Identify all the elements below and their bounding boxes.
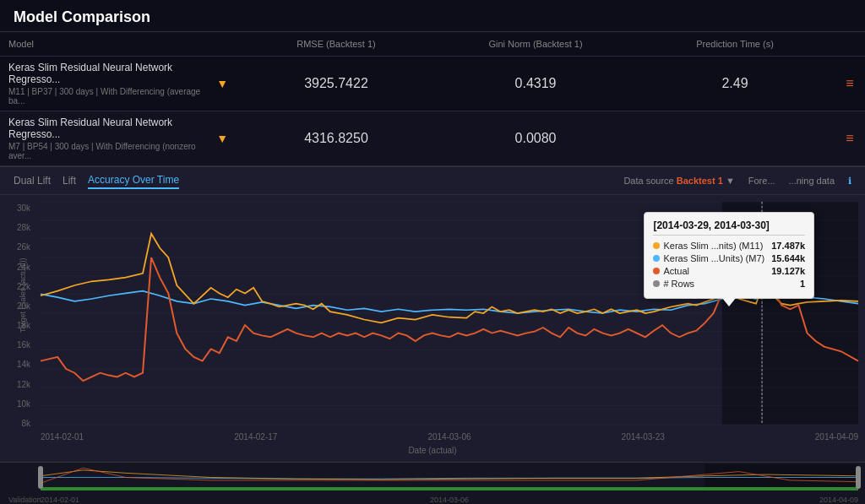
chevron-down-icon-datasource[interactable]: ▼ xyxy=(726,176,735,186)
x-label-3: 2014-03-06 xyxy=(427,432,471,442)
y-label-16k: 16k xyxy=(3,340,30,350)
data-source-value[interactable]: Backtest 1 xyxy=(677,176,723,186)
model-name-main-1: Keras Slim Residual Neural Network Regre… xyxy=(8,62,211,85)
header: Model Comparison xyxy=(0,0,865,32)
validation-bar xyxy=(41,487,858,490)
rmse-cell-1: 3925.7422 xyxy=(237,76,436,91)
model-name-main-2: Keras Slim Residual Neural Network Regre… xyxy=(8,117,211,140)
forecast-label: Fore... xyxy=(748,176,775,186)
col-pred-header: Prediction Time (s) xyxy=(635,35,835,52)
data-source-label: Data source Backtest 1 ▼ xyxy=(623,176,734,186)
tooltip-label-3: Actual xyxy=(663,266,689,276)
y-axis-labels: 30k 28k 26k 24k 22k 20k 18k 16k 14k 12k … xyxy=(0,203,34,428)
col-gini-header: Gini Norm (Backtest 1) xyxy=(436,35,635,52)
gini-cell-2: 0.0080 xyxy=(436,131,635,146)
mini-chart-area: Validation 2014-02-01 2014-03-06 2014-04… xyxy=(0,462,865,504)
tooltip-dot-4 xyxy=(653,280,660,287)
validation-label: Validation xyxy=(8,496,41,504)
pred-cell-1: 2.49 xyxy=(635,76,835,91)
model-name-cell-2: Keras Slim Residual Neural Network Regre… xyxy=(0,111,237,165)
x-label-4: 2014-03-23 xyxy=(622,432,665,442)
tooltip-tail xyxy=(722,298,736,306)
y-label-28k: 28k xyxy=(3,223,30,232)
tooltip-label-2: Keras Slim ...Units) (M7) xyxy=(663,253,764,263)
tooltip-row-1: Keras Slim ...nits) (M11) 17.487k xyxy=(653,241,805,251)
x-label-2: 2014-02-17 xyxy=(234,432,277,442)
mini-x-labels: 2014-02-01 2014-03-06 2014-04-09 xyxy=(41,496,858,504)
tooltip-val-3: 19.127k xyxy=(771,266,805,276)
x-label-1: 2014-02-01 xyxy=(41,432,84,442)
model-name-sub-1: M11 | BP37 | 300 days | With Differencin… xyxy=(8,87,211,106)
tooltip: [2014-03-29, 2014-03-30] Keras Slim ...n… xyxy=(644,212,814,299)
x-label-5: 2014-04-09 xyxy=(815,432,858,442)
tooltip-val-2: 15.644k xyxy=(771,253,805,263)
table-row: Keras Slim Residual Neural Network Regre… xyxy=(0,111,865,166)
mini-handle-left[interactable] xyxy=(38,466,43,489)
tooltip-row-4: # Rows 1 xyxy=(653,279,805,289)
model-name-text-1: Keras Slim Residual Neural Network Regre… xyxy=(8,62,211,106)
y-label-8k: 8k xyxy=(3,419,30,428)
mini-x-label-2: 2014-03-06 xyxy=(430,496,469,504)
chart-controls: Dual Lift Lift Accuracy Over Time Data s… xyxy=(0,167,865,195)
gini-cell-1: 0.4319 xyxy=(436,76,635,91)
page: Model Comparison Model RMSE (Backtest 1)… xyxy=(0,0,865,504)
page-title: Model Comparison xyxy=(14,8,851,26)
y-axis-title: Target (Sales (actual)) xyxy=(19,274,27,333)
y-label-26k: 26k xyxy=(3,242,30,252)
tooltip-label-1: Keras Slim ...nits) (M11) xyxy=(663,241,763,251)
menu-icon-1[interactable]: ≡ xyxy=(835,76,865,91)
table-header-row: Model RMSE (Backtest 1) Gini Norm (Backt… xyxy=(0,32,865,57)
chevron-down-icon-2[interactable]: ▼ xyxy=(216,132,228,145)
tooltip-row-2: Keras Slim ...Units) (M7) 15.644k xyxy=(653,253,805,263)
tooltip-label-4: # Rows xyxy=(663,279,694,289)
model-name-sub-2: M7 | BP54 | 300 days | With Differencing… xyxy=(8,142,211,160)
tooltip-dot-3 xyxy=(653,268,660,274)
model-name-text-2: Keras Slim Residual Neural Network Regre… xyxy=(8,117,211,160)
tab-accuracy-over-time[interactable]: Accuracy Over Time xyxy=(88,172,179,189)
x-axis-labels: 2014-02-01 2014-02-17 2014-03-06 2014-03… xyxy=(41,432,858,442)
chevron-down-icon-1[interactable]: ▼ xyxy=(216,77,228,90)
tooltip-dot-1 xyxy=(653,242,660,249)
mini-x-label-3: 2014-04-09 xyxy=(819,496,858,504)
table-row: Keras Slim Residual Neural Network Regre… xyxy=(0,57,865,111)
tooltip-val-4: 1 xyxy=(800,279,805,289)
col-rmse-header: RMSE (Backtest 1) xyxy=(237,35,436,52)
y-label-10k: 10k xyxy=(3,399,30,409)
tab-lift[interactable]: Lift xyxy=(63,173,76,188)
x-axis-title: Date (actual) xyxy=(408,446,456,455)
rmse-cell-2: 4316.8250 xyxy=(237,131,436,146)
model-table: Model RMSE (Backtest 1) Gini Norm (Backt… xyxy=(0,32,865,167)
training-label: ...ning data xyxy=(789,176,835,186)
info-icon[interactable]: ℹ xyxy=(848,176,851,187)
mini-handle-right[interactable] xyxy=(856,466,861,489)
menu-icon-2[interactable]: ≡ xyxy=(835,131,865,146)
y-label-30k: 30k xyxy=(3,203,30,213)
chart-tabs: Dual Lift Lift Accuracy Over Time xyxy=(14,172,179,189)
model-name-cell-1: Keras Slim Residual Neural Network Regre… xyxy=(0,57,237,111)
main-chart-area: 30k 28k 26k 24k 22k 20k 18k 16k 14k 12k … xyxy=(0,195,865,462)
tooltip-row-3: Actual 19.127k xyxy=(653,266,805,276)
col-actions-header xyxy=(835,35,865,52)
chart-right-controls: Data source Backtest 1 ▼ Fore... ...ning… xyxy=(623,176,851,187)
tooltip-title: [2014-03-29, 2014-03-30] xyxy=(653,219,805,236)
tooltip-dot-2 xyxy=(653,255,660,262)
tab-dual-lift[interactable]: Dual Lift xyxy=(14,173,51,188)
tooltip-val-1: 17.487k xyxy=(771,241,805,251)
y-label-12k: 12k xyxy=(3,380,30,389)
col-model-header: Model xyxy=(0,35,237,52)
mini-x-label-1: 2014-02-01 xyxy=(41,496,79,504)
y-label-14k: 14k xyxy=(3,360,30,369)
